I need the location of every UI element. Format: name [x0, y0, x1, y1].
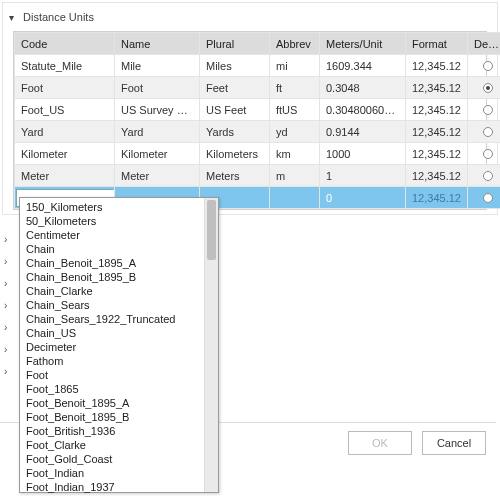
dropdown-item[interactable]: Foot_Indian: [20, 464, 218, 478]
col-mpu[interactable]: Meters/Unit: [320, 33, 406, 55]
dropdown-item[interactable]: Foot_Indian_1937: [20, 478, 218, 492]
cell-fmt[interactable]: 12,345.12: [406, 165, 468, 187]
cell-name[interactable]: Yard: [115, 121, 200, 143]
cell-default[interactable]: [468, 187, 501, 209]
default-radio[interactable]: [483, 171, 493, 181]
cell-code[interactable]: Statute_Mile: [15, 55, 115, 77]
cell-plural[interactable]: Kilometers: [200, 143, 270, 165]
section-header[interactable]: ▾ Distance Units: [7, 7, 493, 27]
collapsed-section[interactable]: ›: [4, 294, 14, 316]
dropdown-item[interactable]: Chain_Sears: [20, 296, 218, 310]
cell-name[interactable]: Mile: [115, 55, 200, 77]
cell-abbrev[interactable]: ftUS: [270, 99, 320, 121]
col-plural[interactable]: Plural: [200, 33, 270, 55]
default-radio[interactable]: [483, 83, 493, 93]
cell-fmt[interactable]: 12,345.12: [406, 55, 468, 77]
default-radio[interactable]: [483, 105, 493, 115]
dropdown-item[interactable]: Fathom: [20, 352, 218, 366]
cell-name[interactable]: Kilometer: [115, 143, 200, 165]
dropdown-item[interactable]: Chain_Sears_1922_Truncated: [20, 310, 218, 324]
cell-default[interactable]: [468, 55, 501, 77]
cell-fmt[interactable]: 12,345.12: [406, 77, 468, 99]
collapsed-section[interactable]: ›: [4, 316, 14, 338]
cell-code[interactable]: Kilometer: [15, 143, 115, 165]
collapsed-section[interactable]: ›: [4, 360, 14, 382]
cell-mpu[interactable]: 1609.344: [320, 55, 406, 77]
dropdown-item[interactable]: Foot_Gold_Coast: [20, 450, 218, 464]
dropdown-item[interactable]: Chain_US: [20, 324, 218, 338]
dropdown-item[interactable]: Foot_Clarke: [20, 436, 218, 450]
dropdown-scrollbar[interactable]: [204, 198, 218, 492]
col-code[interactable]: Code: [15, 33, 115, 55]
collapsed-section[interactable]: ›: [4, 250, 14, 272]
dropdown-item[interactable]: 150_Kilometers: [20, 198, 218, 212]
cell-default[interactable]: [468, 143, 501, 165]
default-radio[interactable]: [483, 149, 493, 159]
col-fmt[interactable]: Format: [406, 33, 468, 55]
cell-abbrev[interactable]: mi: [270, 55, 320, 77]
dropdown-item[interactable]: 50_Kilometers: [20, 212, 218, 226]
cell-name[interactable]: US Survey Foot: [115, 99, 200, 121]
cell-plural[interactable]: US Feet: [200, 99, 270, 121]
cell-fmt[interactable]: 12,345.12: [406, 143, 468, 165]
cell-code[interactable]: Meter: [15, 165, 115, 187]
cell-code[interactable]: Foot_US: [15, 99, 115, 121]
table-row[interactable]: KilometerKilometerKilometerskm100012,345…: [15, 143, 501, 165]
cell-mpu[interactable]: 1000: [320, 143, 406, 165]
cell-mpu[interactable]: 0.3048006096...: [320, 99, 406, 121]
cell-mpu[interactable]: 0.3048: [320, 77, 406, 99]
cell-plural[interactable]: Meters: [200, 165, 270, 187]
cell-mpu: 0: [320, 187, 406, 209]
cell-fmt[interactable]: 12,345.12: [406, 187, 468, 209]
dropdown-item[interactable]: Decimeter: [20, 338, 218, 352]
cell-code[interactable]: Foot: [15, 77, 115, 99]
collapsed-section[interactable]: ›: [4, 338, 14, 360]
default-radio[interactable]: [483, 193, 493, 203]
chevron-down-icon: ▾: [9, 12, 19, 23]
dropdown-item[interactable]: Foot_British_1936: [20, 422, 218, 436]
cell-plural[interactable]: Feet: [200, 77, 270, 99]
cancel-button[interactable]: Cancel: [422, 431, 486, 455]
dropdown-item[interactable]: Chain_Benoit_1895_B: [20, 268, 218, 282]
cell-abbrev[interactable]: km: [270, 143, 320, 165]
collapsed-section[interactable]: ›: [4, 272, 14, 294]
cell-mpu[interactable]: 1: [320, 165, 406, 187]
table-row[interactable]: Foot_USUS Survey FootUS FeetftUS0.304800…: [15, 99, 501, 121]
table-row[interactable]: MeterMeterMetersm112,345.12: [15, 165, 501, 187]
cell-plural[interactable]: Yards: [200, 121, 270, 143]
cell-plural[interactable]: Miles: [200, 55, 270, 77]
default-radio[interactable]: [483, 61, 493, 71]
cell-abbrev[interactable]: m: [270, 165, 320, 187]
dropdown-item[interactable]: Centimeter: [20, 226, 218, 240]
dropdown-item[interactable]: Chain: [20, 240, 218, 254]
dropdown-item[interactable]: Foot_Benoit_1895_B: [20, 408, 218, 422]
code-dropdown-list[interactable]: 150_Kilometers50_KilometersCentimeterCha…: [19, 197, 219, 493]
dropdown-item[interactable]: Foot: [20, 366, 218, 380]
cell-fmt[interactable]: 12,345.12: [406, 121, 468, 143]
cell-name[interactable]: Foot: [115, 77, 200, 99]
cell-default[interactable]: [468, 99, 501, 121]
dropdown-item[interactable]: Chain_Clarke: [20, 282, 218, 296]
cell-default[interactable]: [468, 121, 501, 143]
cell-default[interactable]: [468, 77, 501, 99]
cell-abbrev[interactable]: ft: [270, 77, 320, 99]
table-row[interactable]: FootFootFeetft0.304812,345.12: [15, 77, 501, 99]
col-abbrev[interactable]: Abbrev: [270, 33, 320, 55]
cell-code[interactable]: Yard: [15, 121, 115, 143]
cell-default[interactable]: [468, 165, 501, 187]
collapsed-section[interactable]: ›: [4, 228, 14, 250]
dropdown-item[interactable]: Foot_1865: [20, 380, 218, 394]
cell-fmt[interactable]: 12,345.12: [406, 99, 468, 121]
dropdown-item[interactable]: Foot_Benoit_1895_A: [20, 394, 218, 408]
dropdown-item[interactable]: Chain_Benoit_1895_A: [20, 254, 218, 268]
col-name[interactable]: Name: [115, 33, 200, 55]
default-radio[interactable]: [483, 127, 493, 137]
col-def[interactable]: Default: [468, 33, 501, 55]
table-row[interactable]: YardYardYardsyd0.914412,345.12: [15, 121, 501, 143]
ok-button[interactable]: OK: [348, 431, 412, 455]
scrollbar-thumb[interactable]: [207, 200, 216, 260]
cell-name[interactable]: Meter: [115, 165, 200, 187]
table-row[interactable]: Statute_MileMileMilesmi1609.34412,345.12: [15, 55, 501, 77]
cell-mpu[interactable]: 0.9144: [320, 121, 406, 143]
cell-abbrev[interactable]: yd: [270, 121, 320, 143]
